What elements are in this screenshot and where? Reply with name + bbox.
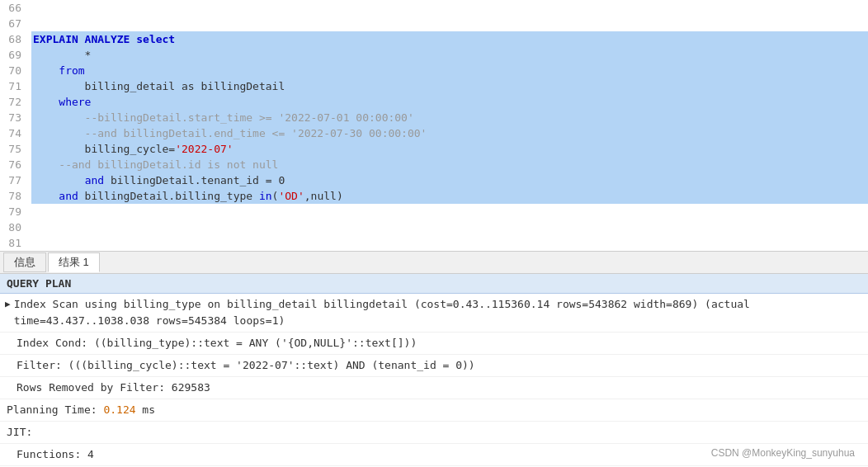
query-plan-header: QUERY PLAN <box>0 274 868 294</box>
line-number: 70 <box>0 63 31 78</box>
line-content: from <box>31 63 868 78</box>
code-line: 66 <box>0 0 868 16</box>
result-row: JIT: <box>0 422 868 444</box>
line-content <box>31 0 868 16</box>
results-area: QUERY PLAN▶Index Scan using billing_type… <box>0 274 868 467</box>
result-row: Filter: (((billing_cycle)::text = '2022-… <box>0 355 868 377</box>
result-text: Index Scan using billing_type on billing… <box>14 296 861 329</box>
line-content <box>31 235 868 251</box>
line-number: 77 <box>0 172 31 188</box>
line-content <box>31 219 868 235</box>
line-number: 66 <box>0 0 31 16</box>
result-text: Functions: 4 <box>17 448 94 460</box>
tab-结果1[interactable]: 结果 1 <box>48 252 100 272</box>
line-number: 69 <box>0 47 31 63</box>
line-content: --billingDetail.start_time >= '2022-07-0… <box>31 110 868 125</box>
line-number: 74 <box>0 125 31 141</box>
result-text: JIT: <box>7 426 32 438</box>
main-container: 66 67 68EXPLAIN ANALYZE select69 *70 fro… <box>0 0 868 467</box>
line-content: --and billingDetail.end_time <= '2022-07… <box>31 125 868 141</box>
code-line: 72 where <box>0 94 868 110</box>
result-row: ▶Index Scan using billing_type on billin… <box>0 294 868 333</box>
code-line: 67 <box>0 16 868 31</box>
code-line: 76 --and billingDetail.id is not null <box>0 157 868 172</box>
line-number: 80 <box>0 219 31 235</box>
line-content: where <box>31 94 868 110</box>
line-content: billing_detail as billingDetail <box>31 78 868 94</box>
code-line: 78 and billingDetail.billing_type in('OD… <box>0 188 868 204</box>
tabs-bar: 信息结果 1 <box>0 251 868 274</box>
line-number: 78 <box>0 188 31 204</box>
code-editor[interactable]: 66 67 68EXPLAIN ANALYZE select69 *70 fro… <box>0 0 868 251</box>
line-number: 72 <box>0 94 31 110</box>
line-number: 75 <box>0 141 31 157</box>
line-content: billing_cycle='2022-07' <box>31 141 868 157</box>
line-number: 68 <box>0 31 31 47</box>
line-content <box>31 204 868 219</box>
expand-arrow-icon[interactable]: ▶ <box>5 296 11 313</box>
line-content: EXPLAIN ANALYZE select <box>31 31 868 47</box>
line-number: 81 <box>0 235 31 251</box>
result-text: Index Cond: ((billing_type)::text = ANY … <box>17 337 417 349</box>
line-number: 67 <box>0 16 31 31</box>
result-row: Rows Removed by Filter: 629583 <box>0 377 868 399</box>
result-text: Planning Time: 0.124 ms <box>7 403 155 416</box>
result-row: Index Cond: ((billing_type)::text = ANY … <box>0 333 868 355</box>
result-text: Rows Removed by Filter: 629583 <box>17 381 210 394</box>
line-number: 79 <box>0 204 31 219</box>
line-number: 71 <box>0 78 31 94</box>
result-row: Planning Time: 0.124 ms <box>0 399 868 422</box>
code-line: 77 and billingDetail.tenant_id = 0 <box>0 172 868 188</box>
code-line: 75 billing_cycle='2022-07' <box>0 141 868 157</box>
code-line: 81 <box>0 235 868 251</box>
line-number: 73 <box>0 110 31 125</box>
line-content: and billingDetail.tenant_id = 0 <box>31 172 868 188</box>
code-line: 80 <box>0 219 868 235</box>
line-number: 76 <box>0 157 31 172</box>
code-line: 73 --billingDetail.start_time >= '2022-0… <box>0 110 868 125</box>
tab-信息[interactable]: 信息 <box>3 252 46 272</box>
result-text: Filter: (((billing_cycle)::text = '2022-… <box>17 359 475 371</box>
code-line: 71 billing_detail as billingDetail <box>0 78 868 94</box>
code-line: 69 * <box>0 47 868 63</box>
code-line: 79 <box>0 204 868 219</box>
line-content: and billingDetail.billing_type in('OD',n… <box>31 188 868 204</box>
watermark: CSDN @MonkeyKing_sunyuhua <box>711 447 855 459</box>
line-content: --and billingDetail.id is not null <box>31 157 868 172</box>
line-content: * <box>31 47 868 63</box>
line-content <box>31 16 868 31</box>
code-line: 68EXPLAIN ANALYZE select <box>0 31 868 47</box>
code-line: 74 --and billingDetail.end_time <= '2022… <box>0 125 868 141</box>
code-line: 70 from <box>0 63 868 78</box>
